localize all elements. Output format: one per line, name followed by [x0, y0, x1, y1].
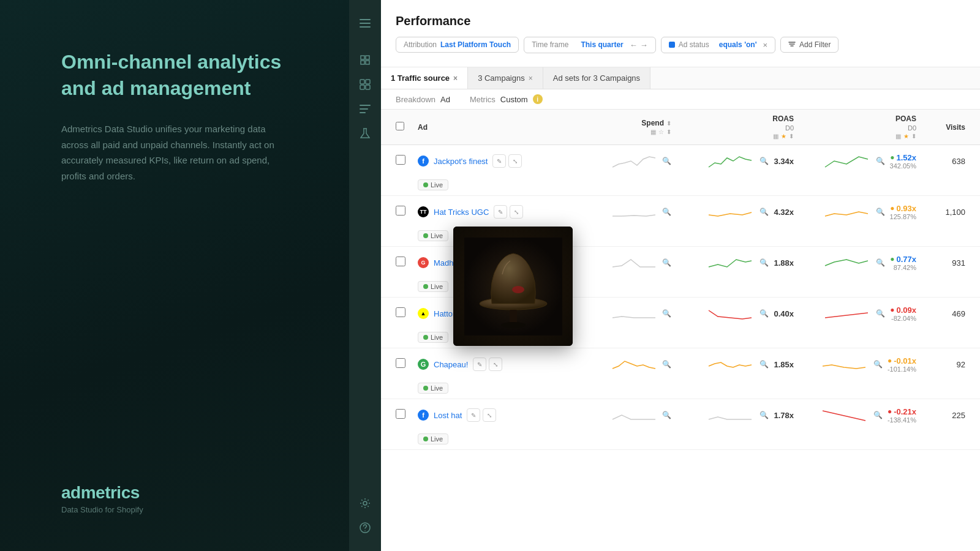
roas-search-hattricks[interactable]: 🔍 [760, 208, 769, 216]
svg-line-14 [825, 313, 868, 318]
ad-name-text-chapeau[interactable]: Chapeau! [434, 360, 468, 369]
live-dot-hattricks [423, 233, 428, 238]
sidebar-dashboard-icon[interactable] [354, 49, 376, 71]
poas-d0: D0 [908, 124, 916, 132]
ad-name-text-jackpots[interactable]: Jackpot's finest [434, 157, 488, 166]
poas-search-losthat[interactable]: 🔍 [873, 411, 883, 419]
adstatus-value: equals 'on' [719, 40, 757, 49]
row-checkbox-losthat[interactable] [396, 409, 405, 419]
poas-search-madhatter[interactable]: 🔍 [876, 258, 885, 267]
roas-search-jackpots[interactable]: 🔍 [760, 157, 769, 165]
live-label-hattorama: Live [431, 334, 443, 341]
add-filter-label: Add Filter [799, 40, 831, 49]
roas-search-chapeau[interactable]: 🔍 [760, 360, 769, 369]
row-edit-btn-ht[interactable]: ✎ [494, 205, 507, 219]
visits-madhatter: 931 [916, 258, 965, 268]
row-expand-btn-ch[interactable]: ⤡ [489, 358, 502, 371]
spend-search-chapeau[interactable]: 🔍 [662, 360, 671, 369]
attribution-filter[interactable]: Attribution Last Platform Touch [396, 37, 519, 53]
poas-search-hattorama[interactable]: 🔍 [876, 309, 885, 318]
adstatus-close-icon[interactable]: × [763, 40, 768, 50]
spend-sparkline-madhatter [609, 253, 658, 272]
tab-bar: 1 Traffic source × 3 Campaigns × Ad sets… [381, 67, 980, 89]
tab-adsets[interactable]: Ad sets for 3 Campaigns [543, 67, 650, 89]
spend-search-hattorama[interactable]: 🔍 [662, 309, 671, 318]
roas-sparkline-losthat [706, 406, 755, 424]
metrics-info-icon[interactable]: i [533, 94, 543, 104]
row-expand-btn-lh[interactable]: ⤡ [483, 408, 496, 422]
row-checkbox-hattricks[interactable] [396, 206, 405, 216]
poas-sparkline-jackpots [822, 152, 871, 170]
roas-jackpots: 🔍 3.34x [671, 152, 794, 170]
header-checkbox[interactable] [396, 122, 404, 130]
ad-name-text-losthat[interactable]: Lost hat [434, 411, 462, 420]
timeframe-prev[interactable]: ← [630, 40, 638, 50]
row-edit-btn[interactable]: ✎ [492, 154, 506, 168]
timeframe-next[interactable]: → [640, 40, 648, 50]
poas-search-chapeau[interactable]: 🔍 [873, 360, 883, 369]
spend-sparkline-hattorama [609, 304, 658, 323]
tab-campaigns[interactable]: 3 Campaigns × [468, 67, 543, 89]
sidebar-menu-icon[interactable] [354, 12, 376, 34]
tab-traffic-close[interactable]: × [453, 74, 458, 83]
live-label-chapeau: Live [431, 384, 443, 392]
roas-sparkline-madhatter [706, 253, 755, 272]
platform-icon-g-madhatter: G [418, 257, 429, 268]
header-checkbox-col [396, 122, 418, 132]
spend-search-jackpots[interactable]: 🔍 [662, 157, 671, 165]
poas-value-madhatter: 0.77x [896, 255, 916, 264]
hat-svg [464, 238, 562, 335]
adstatus-filter[interactable]: Ad status equals 'on' × [661, 37, 775, 53]
row-checkbox-chapeau[interactable] [396, 358, 405, 368]
spend-col-actions: ▦ ☆ ⬍ [650, 129, 671, 135]
timeframe-filter[interactable]: Time frame This quarter ← → [524, 37, 656, 53]
row-checkbox-jackpots[interactable] [396, 155, 405, 165]
visits-hattorama: 469 [916, 309, 965, 318]
header-roas-col: ROAS D0 ▦ ★ ⬍ [671, 114, 794, 140]
spend-sparkline-jackpots [609, 152, 658, 170]
spend-search-madhatter[interactable]: 🔍 [662, 258, 671, 267]
row-expand-btn[interactable]: ⤡ [508, 154, 522, 168]
add-filter-button[interactable]: Add Filter [780, 37, 839, 53]
live-badge-hattricks: Live [418, 230, 448, 241]
roas-search-hattorama[interactable]: 🔍 [760, 309, 769, 318]
poas-pct-jackpots: 342.05% [890, 162, 916, 170]
ad-name-jackpots: f Jackpot's finest ✎ ⤡ [418, 154, 573, 168]
poas-search-hattricks[interactable]: 🔍 [876, 208, 885, 216]
poas-col-losthat: ● -0.21x -138.41% [888, 407, 916, 424]
timeframe-nav: ← → [630, 40, 648, 50]
tab-traffic-source[interactable]: 1 Traffic source × [381, 67, 468, 89]
metrics-value: Custom [500, 95, 528, 104]
attribution-label: Attribution [404, 40, 437, 49]
sidebar [349, 0, 381, 551]
row-checkbox-hattorama[interactable] [396, 307, 405, 317]
ad-name-hattricks: TT Hat Tricks UGC ✎ ⤡ [418, 205, 573, 219]
roas-search-losthat[interactable]: 🔍 [760, 411, 769, 419]
poas-sparkline-hattorama [822, 304, 871, 323]
sidebar-grid-icon[interactable] [354, 73, 376, 96]
timeframe-value: This quarter [581, 40, 623, 49]
hero-description: Admetrics Data Studio unifies your marke… [61, 121, 294, 184]
spend-search-losthat[interactable]: 🔍 [662, 411, 671, 419]
ad-name-text-hattricks[interactable]: Hat Tricks UGC [434, 208, 489, 217]
platform-icon-fb: f [418, 156, 429, 167]
roas-sparkline-hattorama [706, 304, 755, 323]
tab-campaigns-close[interactable]: × [529, 74, 533, 83]
sidebar-list-icon[interactable] [354, 98, 376, 120]
poas-col-actions: ▦ ★ ⬍ [895, 133, 916, 140]
roas-search-madhatter[interactable]: 🔍 [760, 258, 769, 267]
poas-search-jackpots[interactable]: 🔍 [876, 157, 885, 165]
sidebar-help-icon[interactable] [354, 517, 376, 539]
row-edit-btn-ch[interactable]: ✎ [473, 358, 486, 371]
header-spend-label: Spend [641, 119, 664, 127]
row-edit-btn-lh[interactable]: ✎ [467, 408, 480, 422]
live-badge-losthat: Live [418, 433, 448, 444]
row-checkbox-madhatter[interactable] [396, 257, 405, 266]
live-label-hattricks: Live [431, 232, 443, 239]
sidebar-experiment-icon[interactable] [354, 122, 376, 144]
poas-value-losthat: -0.21x [894, 407, 916, 416]
spend-search-hattricks[interactable]: 🔍 [662, 208, 671, 216]
sidebar-settings-icon[interactable] [354, 492, 376, 514]
row-expand-btn-ht[interactable]: ⤡ [510, 205, 523, 219]
live-dot-jackpots [423, 182, 428, 187]
